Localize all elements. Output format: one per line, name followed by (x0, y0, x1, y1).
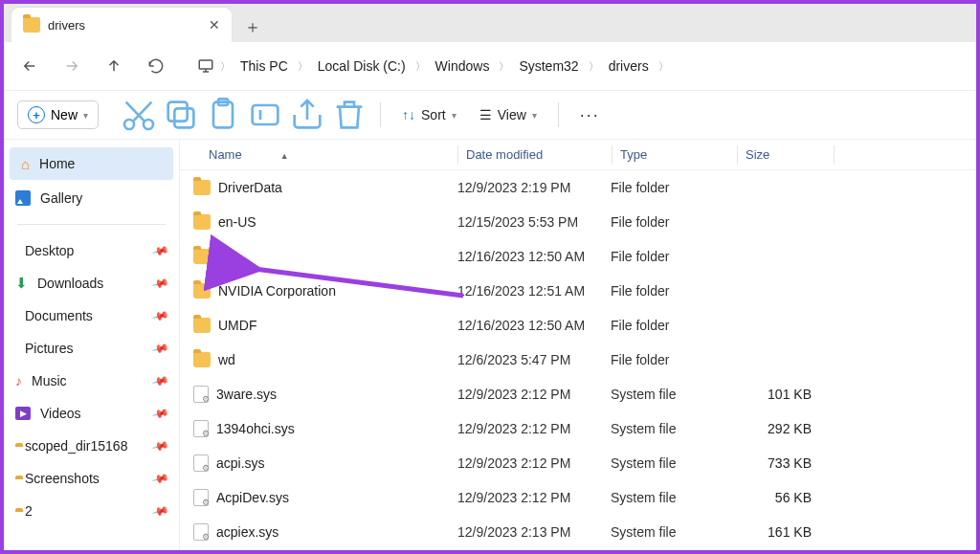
active-tab[interactable]: drivers ✕ (11, 8, 232, 42)
file-row[interactable]: UMDF12/16/2023 12:50 AMFile folder (180, 308, 976, 343)
sidebar-label: Music (32, 373, 67, 388)
view-button[interactable]: ☰ View ▾ (470, 107, 546, 122)
new-button[interactable]: + New ▾ (17, 100, 99, 129)
file-type: System file (611, 387, 735, 402)
forward-button[interactable] (61, 55, 82, 77)
video-icon: ▶ (15, 407, 31, 420)
file-row[interactable]: 3ware.sys12/9/2023 2:12 PMSystem file101… (180, 377, 976, 411)
sidebar-item-videos[interactable]: ▶Videos📌 (4, 397, 179, 430)
sidebar-item-documents[interactable]: Documents📌 (4, 299, 179, 332)
file-row[interactable]: wd12/6/2023 5:47 PMFile folder (180, 343, 976, 377)
pin-icon: 📌 (151, 436, 170, 455)
sort-asc-icon: ▲ (280, 151, 289, 161)
sysfile-icon (193, 454, 209, 472)
sidebar-item-gallery[interactable]: Gallery (4, 182, 179, 214)
file-date: 12/16/2023 12:51 AM (457, 283, 611, 299)
svg-rect-3 (174, 108, 193, 127)
sidebar-item-2[interactable]: 2📌 (4, 495, 179, 527)
sidebar-label: Desktop (25, 243, 74, 258)
tab-bar: drivers ✕ ＋ (4, 4, 976, 42)
sidebar-label: Downloads (37, 276, 103, 291)
chevron-right-icon[interactable]: 〉 (220, 59, 231, 74)
file-row[interactable]: acpiex.sys12/9/2023 2:13 PMSystem file16… (180, 515, 976, 549)
back-button[interactable] (19, 55, 40, 77)
file-name: NVIDIA Corporation (218, 283, 336, 299)
sidebar-item-desktop[interactable]: Desktop📌 (4, 234, 179, 267)
rename-button[interactable] (246, 96, 284, 134)
breadcrumb[interactable]: 〉 This PC 〉 Local Disk (C:) 〉 Windows 〉 … (188, 55, 961, 78)
folder-icon (193, 249, 211, 264)
crumb-drivers[interactable]: drivers (603, 55, 655, 78)
cut-button[interactable] (120, 96, 158, 134)
crumb-c[interactable]: Local Disk (C:) (312, 55, 412, 78)
file-date: 12/15/2023 5:53 PM (457, 214, 611, 230)
svg-rect-4 (168, 102, 188, 122)
file-size: 292 KB (735, 421, 831, 436)
copy-button[interactable] (162, 96, 200, 134)
file-name: wd (218, 352, 235, 367)
file-date: 12/9/2023 2:12 PM (457, 455, 611, 471)
file-row[interactable]: NVIDIA Corporation12/16/2023 12:51 AMFil… (180, 274, 976, 308)
col-name-header[interactable]: Name▲ (180, 147, 457, 162)
file-date: 12/16/2023 12:50 AM (457, 249, 611, 264)
svg-rect-0 (199, 60, 212, 69)
main-area: ⌂ Home Gallery Desktop📌⬇Downloads📌Docume… (4, 140, 976, 550)
close-tab-icon[interactable]: ✕ (209, 17, 220, 33)
new-tab-button[interactable]: ＋ (237, 11, 268, 42)
plus-icon: + (28, 106, 45, 123)
chevron-right-icon[interactable]: 〉 (298, 59, 308, 74)
sysfile-icon (193, 420, 209, 437)
pin-icon: 📌 (151, 371, 170, 390)
file-type: File folder (611, 180, 735, 195)
download-icon: ⬇ (15, 275, 28, 292)
music-icon: ♪ (15, 373, 22, 388)
folder-icon (193, 318, 211, 333)
file-row[interactable]: 1394ohci.sys12/9/2023 2:12 PMSystem file… (180, 411, 976, 446)
sidebar-item-music[interactable]: ♪Music📌 (4, 365, 179, 397)
chevron-right-icon[interactable]: 〉 (658, 59, 669, 74)
more-button[interactable]: ··· (570, 105, 610, 125)
sidebar-item-scoped-dir15168[interactable]: scoped_dir15168📌 (4, 430, 179, 462)
col-type-header[interactable]: Type (612, 147, 737, 162)
chevron-right-icon[interactable]: 〉 (415, 59, 426, 74)
sidebar-label: Gallery (40, 190, 82, 206)
sidebar-label: Home (39, 156, 75, 171)
chevron-right-icon[interactable]: 〉 (589, 59, 599, 74)
share-button[interactable] (288, 96, 326, 134)
sidebar-item-downloads[interactable]: ⬇Downloads📌 (4, 267, 179, 299)
monitor-icon (195, 55, 216, 77)
sidebar-label: Pictures (25, 341, 74, 356)
sidebar-item-screenshots[interactable]: Screenshots📌 (4, 462, 179, 495)
sidebar-label: Documents (25, 308, 93, 323)
paste-button[interactable] (204, 96, 242, 134)
up-button[interactable] (103, 55, 124, 77)
file-row[interactable]: AcpiDev.sys12/9/2023 2:12 PMSystem file5… (180, 480, 976, 515)
file-row[interactable]: en-US12/15/2023 5:53 PMFile folder (180, 205, 976, 239)
folder-icon (193, 214, 211, 230)
file-name: DriverData (218, 180, 282, 195)
chevron-right-icon[interactable]: 〉 (499, 59, 509, 74)
file-date: 12/6/2023 5:47 PM (457, 352, 611, 367)
folder-icon (193, 283, 211, 299)
crumb-windows[interactable]: Windows (430, 55, 496, 78)
file-row[interactable]: DriverData12/9/2023 2:19 PMFile folder (180, 170, 976, 205)
sidebar-item-home[interactable]: ⌂ Home (10, 147, 173, 180)
pin-icon: 📌 (151, 241, 170, 260)
crumb-system32[interactable]: System32 (513, 55, 584, 78)
file-row[interactable]: etc12/16/2023 12:50 AMFile folder (180, 239, 976, 274)
sysfile-icon (193, 489, 209, 506)
refresh-button[interactable] (145, 55, 167, 77)
pin-icon: 📌 (151, 501, 170, 521)
delete-button[interactable] (330, 96, 368, 134)
file-date: 12/9/2023 2:13 PM (457, 524, 611, 540)
file-row[interactable]: acpi.sys12/9/2023 2:12 PMSystem file733 … (180, 446, 976, 480)
sidebar-item-pictures[interactable]: Pictures📌 (4, 332, 179, 365)
col-date-header[interactable]: Date modified (458, 147, 612, 162)
separator (17, 224, 166, 225)
crumb-this-pc[interactable]: This PC (234, 55, 294, 78)
file-type: File folder (611, 283, 735, 299)
sort-button[interactable]: ↑↓ Sort ▾ (392, 107, 466, 122)
folder-icon (193, 180, 211, 195)
col-size-header[interactable]: Size (738, 147, 834, 162)
file-size: 56 KB (735, 490, 831, 505)
